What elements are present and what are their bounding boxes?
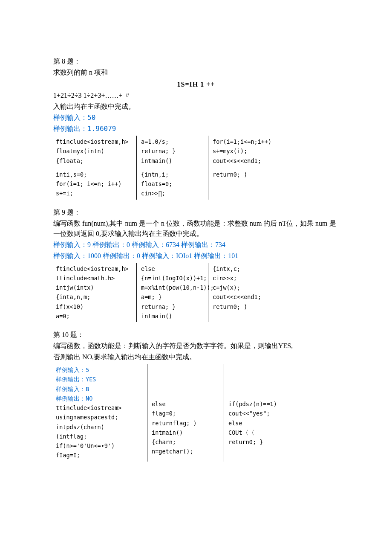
code-line: intmain() <box>152 428 216 437</box>
code-line: flag=0; <box>152 409 216 418</box>
q8-formula-center: 1S=IH 1 ++ <box>53 79 339 90</box>
code-line: returna; } <box>141 302 200 311</box>
q9-code-col2: {intx,c; cin>>x; c=jw(x); cout<<c<<end1;… <box>208 263 275 323</box>
code-line: usingnamespacestd; <box>56 413 139 421</box>
code-line: cin>>x; <box>213 274 272 282</box>
q8-formula-left: 1+21÷2÷3 1÷2+3+……+ 〃 <box>53 90 339 101</box>
q8-sample-in: 样例输入：50 <box>53 113 339 123</box>
code-line: returnflag; ) <box>152 419 216 427</box>
q8-code-col1: a=1.0/s; returna; } intmain() {intn,i; f… <box>136 136 204 200</box>
q9-samples-1: 样例输入：9 样例输出：0 样例输入：6734 样例输出：734 <box>53 240 339 250</box>
code-line: if(pdsz(n)==1) <box>228 400 288 408</box>
sample-input-value: 50 <box>87 113 95 122</box>
q8-desc: 求数列的前 n 项和 <box>53 67 339 78</box>
code-line: ttinclude<iostream> <box>56 404 139 412</box>
q10-code-col1: else flag=0; returnflag; ) intmain() {ch… <box>147 364 219 462</box>
code-line: return0; } <box>228 438 288 446</box>
q10-desc2: 否则输出 NO,要求输入输出均在主函数中完成。 <box>53 352 339 362</box>
q10-desc1: 编写函数，函数功能是：判断输入的字符是否为数字字符。如果是，则输出YES, <box>53 341 339 351</box>
code-line: a=1.0/s; <box>141 137 200 146</box>
q8-code-col0: ftinclude<iostream,h> floatmyx(intn) {fl… <box>53 136 132 200</box>
q8-code: ftinclude<iostream,h> floatmyx(intn) {fl… <box>53 136 339 200</box>
code-line: {charn; <box>152 438 216 446</box>
code-line: else <box>228 419 288 427</box>
q8-heading: 第 8 题： <box>53 56 339 67</box>
code-line: {n=int(IogIO(x))+1; <box>141 274 200 282</box>
q10-sample: 样例输出：YES <box>56 375 139 384</box>
code-line: cout<<"yes"; <box>228 409 288 418</box>
code-line: floatmyx(intn) <box>56 147 129 155</box>
code-line: {intn,i; <box>141 170 200 179</box>
code-line: ftinclude<iostream,h> <box>56 264 129 273</box>
q8-note: 入输出均在主函数中完成。 <box>53 102 339 112</box>
code-line: ttinclude<math.h> <box>56 274 129 282</box>
code-line: s+=myx(i); <box>213 147 272 155</box>
code-line: a=m; } <box>141 293 200 301</box>
code-line: COUt〈〈 <box>228 428 288 437</box>
code-line: (intflag; <box>56 432 139 441</box>
q9-desc: 编写函数 fun(num),其中 num 是一个 n 位数，函数功能是：求整数 … <box>53 218 339 239</box>
q10-code-col0: 样例输入：5 样例输出：YES 样例输入：B 样例输出：NO ttinclude… <box>53 364 143 462</box>
q9-samples-2: 样例输入：1000 样例输出：0 样例输入：IOIo1 样例输出：101 <box>53 251 339 261</box>
code-line: s+=i; <box>56 189 129 198</box>
code-line: floats=0; <box>141 180 200 188</box>
code-line: cout<<s<<end1; <box>213 157 272 165</box>
code-line: intpdsz(charn) <box>56 423 139 431</box>
code-line: returna; } <box>141 147 200 155</box>
code-line: {intx,c; <box>213 264 272 273</box>
code-line: m=x%int(pow(10,n-1)); <box>141 283 200 292</box>
code-line: {inta,n,m; <box>56 293 129 301</box>
code-line: else <box>152 400 216 408</box>
code-line: if(x<10) <box>56 302 129 311</box>
q9-code-col1: else {n=int(IogIO(x))+1; m=x%int(pow(10,… <box>136 263 204 323</box>
code-line: inti,s=0; <box>56 170 129 179</box>
q9-code-col0: ftinclude<iostream,h> ttinclude<math.h> … <box>53 263 132 323</box>
code-line: c=jw(x); <box>213 283 272 292</box>
code-line: return0; ) <box>213 170 272 179</box>
code-line: n=getchar(); <box>152 447 216 456</box>
sample-output-value: 1.96079 <box>87 125 116 133</box>
code-line: for(i=1; i<=n; i++) <box>56 180 129 188</box>
q10-sample: 样例输出：NO <box>56 394 139 403</box>
code-line: intmain() <box>141 157 200 165</box>
code-line: for(i=1;i<=n;i++) <box>213 137 272 146</box>
code-line: {floata; <box>56 157 129 165</box>
q10-sample: 样例输入：B <box>56 385 139 393</box>
q8-sample-out: 样例输出：1.96079 <box>53 124 339 134</box>
q10-code: 样例输入：5 样例输出：YES 样例输入：B 样例输出：NO ttinclude… <box>53 364 339 462</box>
code-line: cout<<c<<end1; <box>213 293 272 301</box>
q9-code: ftinclude<iostream,h> ttinclude<math.h> … <box>53 263 339 323</box>
q10-code-col2: if(pdsz(n)==1) cout<<"yes"; else COUt〈〈 … <box>224 364 291 462</box>
q10-heading: 第 10 题： <box>53 330 339 340</box>
code-line: cin>>∏; <box>141 189 200 198</box>
code-line: intmain() <box>141 312 200 320</box>
code-line: ftinclude<iostream,h> <box>56 137 129 146</box>
sample-input-label: 样例输入： <box>53 114 87 121</box>
code-line: fIag=I; <box>56 451 139 459</box>
q8-code-col2: for(i=1;i<=n;i++) s+=myx(i); cout<<s<<en… <box>208 136 275 200</box>
code-line: if(n>='0'Un<=∙9') <box>56 442 139 450</box>
q9-heading: 第 9 题： <box>53 207 339 218</box>
page: 第 8 题： 求数列的前 n 项和 1S=IH 1 ++ 1+21÷2÷3 1÷… <box>0 0 392 555</box>
code-line: intjw(intx) <box>56 283 129 292</box>
q10-sample: 样例输入：5 <box>56 366 139 374</box>
code-line: a=0; <box>56 312 129 320</box>
sample-output-label: 样例输出： <box>53 125 87 132</box>
code-line: else <box>141 264 200 273</box>
code-line: return0; ) <box>213 302 272 311</box>
